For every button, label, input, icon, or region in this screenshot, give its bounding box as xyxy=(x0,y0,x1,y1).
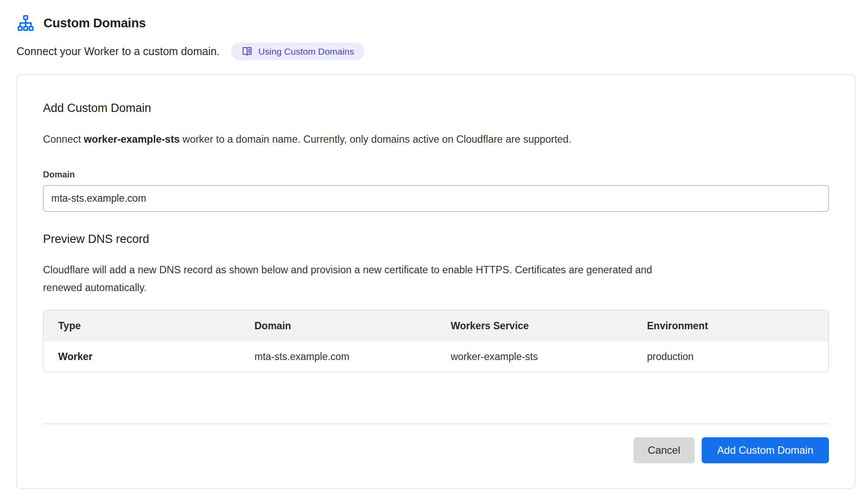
preview-dns-title: Preview DNS record xyxy=(43,232,829,246)
dialog-footer: Cancel Add Custom Domain xyxy=(43,437,829,463)
cell-type: Worker xyxy=(43,341,240,372)
page-header: Custom Domains xyxy=(17,12,851,34)
cell-workers-service: worker-example-sts xyxy=(436,341,632,372)
column-header-environment: Environment xyxy=(632,310,828,341)
worker-name: worker-example-sts xyxy=(84,134,180,145)
page-title: Custom Domains xyxy=(43,16,146,30)
sitemap-icon xyxy=(17,14,35,32)
table-row: Worker mta-sts.example.com worker-exampl… xyxy=(43,341,828,372)
page-subtitle: Connect your Worker to a custom domain. xyxy=(17,45,220,58)
table-header-row: Type Domain Workers Service Environment xyxy=(43,310,828,341)
add-custom-domain-button[interactable]: Add Custom Domain xyxy=(702,437,829,463)
add-custom-domain-card: Add Custom Domain Connect worker-example… xyxy=(17,74,855,489)
domain-field-label: Domain xyxy=(43,169,829,180)
dns-preview-table: Type Domain Workers Service Environment … xyxy=(43,310,829,372)
footer-divider xyxy=(43,423,829,424)
cancel-button[interactable]: Cancel xyxy=(634,437,695,463)
cell-domain: mta-sts.example.com xyxy=(240,341,436,372)
description-prefix: Connect xyxy=(43,134,84,145)
cell-environment: production xyxy=(632,341,828,372)
custom-domains-page: Custom Domains Connect your Worker to a … xyxy=(0,0,868,498)
dialog-title: Add Custom Domain xyxy=(43,101,829,115)
domain-input[interactable] xyxy=(43,185,829,212)
preview-dns-description: Cloudflare will add a new DNS record as … xyxy=(43,261,673,297)
book-icon xyxy=(241,46,253,57)
docs-link-label: Using Custom Domains xyxy=(258,46,354,57)
page-subheader: Connect your Worker to a custom domain. … xyxy=(17,43,851,60)
dialog-description: Connect worker-example-sts worker to a d… xyxy=(43,132,829,147)
column-header-domain: Domain xyxy=(240,310,436,341)
column-header-workers-service: Workers Service xyxy=(436,310,632,341)
docs-link-using-custom-domains[interactable]: Using Custom Domains xyxy=(231,43,365,60)
column-header-type: Type xyxy=(43,310,240,341)
description-suffix: worker to a domain name. Currently, only… xyxy=(180,134,571,145)
